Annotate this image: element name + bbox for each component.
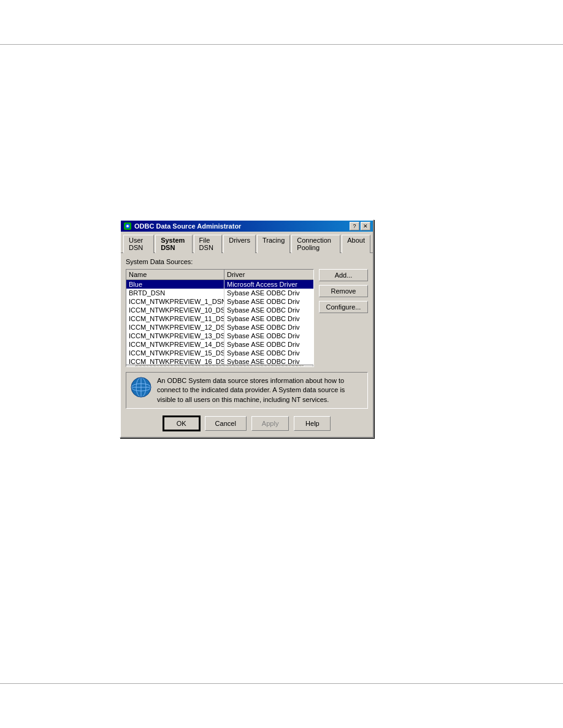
list-cell-driver: Sybase ASE ODBC Driv <box>224 297 313 306</box>
odbc-dialog: ODBC Data Source Administrator ? ✕ User … <box>120 219 374 438</box>
tab-user-dsn[interactable]: User DSN <box>123 235 154 253</box>
odbc-icon <box>123 222 132 230</box>
horizontal-scrollbar[interactable]: ◄ ► <box>126 365 313 367</box>
ok-button[interactable]: OK <box>163 416 200 431</box>
list-cell-name: ICCM_NTWKPREVIEW_12_DSN <box>126 323 224 332</box>
scroll-right-button[interactable]: ► <box>304 365 313 368</box>
list-cell-name: ICCM_NTWKPREVIEW_16_DSN <box>126 357 224 365</box>
list-cell-driver: Microsoft Access Driver <box>224 280 313 289</box>
list-cell-driver: Sybase ASE ODBC Driv <box>224 306 313 314</box>
list-item[interactable]: Blue Microsoft Access Driver <box>126 280 313 289</box>
list-cell-driver: Sybase ASE ODBC Driv <box>224 357 313 365</box>
col-driver-header: Driver <box>224 270 313 279</box>
list-cell-name: ICCM_NTWKPREVIEW_11_DSN <box>126 314 224 323</box>
info-text: An ODBC System data source stores inform… <box>157 376 364 404</box>
tab-about[interactable]: About <box>342 235 370 253</box>
list-cell-driver: Sybase ASE ODBC Driv <box>224 314 313 323</box>
apply-button[interactable]: Apply <box>251 416 289 431</box>
list-cell-driver: Sybase ASE ODBC Driv <box>224 349 313 357</box>
tab-bar: User DSN System DSN File DSN Drivers Tra… <box>121 232 373 252</box>
list-item[interactable]: ICCM_NTWKPREVIEW_14_DSN Sybase ASE ODBC … <box>126 340 313 349</box>
list-area: Name Driver Blue Microsoft Access Driver… <box>126 269 368 367</box>
help-button[interactable]: Help <box>294 416 331 431</box>
list-item[interactable]: ICCM_NTWKPREVIEW_15_DSN Sybase ASE ODBC … <box>126 349 313 357</box>
title-bar-buttons: ? ✕ <box>350 222 370 230</box>
tab-drivers[interactable]: Drivers <box>223 235 256 253</box>
data-sources-list[interactable]: Name Driver Blue Microsoft Access Driver… <box>126 269 314 367</box>
list-cell-name: ICCM_NTWKPREVIEW_1_DSN <box>126 297 224 306</box>
list-cell-driver: Sybase ASE ODBC Driv <box>224 323 313 332</box>
list-cell-name: ICCM_NTWKPREVIEW_13_DSN <box>126 332 224 340</box>
top-rule <box>0 44 563 45</box>
scroll-track[interactable] <box>136 365 304 367</box>
svg-point-2 <box>126 225 129 227</box>
tab-file-dsn[interactable]: File DSN <box>194 235 223 253</box>
cancel-button[interactable]: Cancel <box>205 416 247 431</box>
side-buttons: Add... Remove Configure... <box>319 269 368 367</box>
info-section: An ODBC System data source stores inform… <box>126 372 368 409</box>
bottom-buttons: OK Cancel Apply Help <box>126 414 368 432</box>
list-item[interactable]: ICCM_NTWKPREVIEW_12_DSN Sybase ASE ODBC … <box>126 323 313 332</box>
list-item[interactable]: ICCM_NTWKPREVIEW_1_DSN Sybase ASE ODBC D… <box>126 297 313 306</box>
list-header: Name Driver <box>126 270 313 280</box>
configure-button[interactable]: Configure... <box>319 301 368 313</box>
tab-connection-pooling[interactable]: Connection Pooling <box>291 235 340 253</box>
tab-system-dsn[interactable]: System DSN <box>155 235 192 253</box>
title-bar: ODBC Data Source Administrator ? ✕ <box>121 221 373 232</box>
dialog-content: System Data Sources: Name Driver Blue Mi… <box>121 252 373 437</box>
add-button[interactable]: Add... <box>319 269 368 281</box>
list-cell-name: Blue <box>126 280 224 289</box>
list-cell-driver: Sybase ASE ODBC Driv <box>224 332 313 340</box>
list-item[interactable]: ICCM_NTWKPREVIEW_16_DSN Sybase ASE ODBC … <box>126 357 313 365</box>
list-item[interactable]: ICCM_NTWKPREVIEW_13_DSN Sybase ASE ODBC … <box>126 332 313 340</box>
page-background: manualslib.com ODBC Data Source Administ… <box>0 0 563 728</box>
list-cell-name: ICCM_NTWKPREVIEW_10_DSN <box>126 306 224 314</box>
title-bar-left: ODBC Data Source Administrator <box>123 222 241 230</box>
remove-button[interactable]: Remove <box>319 285 368 297</box>
bottom-rule <box>0 683 563 684</box>
list-item[interactable]: ICCM_NTWKPREVIEW_10_DSN Sybase ASE ODBC … <box>126 306 313 314</box>
list-item[interactable]: ICCM_NTWKPREVIEW_11_DSN Sybase ASE ODBC … <box>126 314 313 323</box>
col-name-header: Name <box>126 270 224 279</box>
list-cell-name: BRTD_DSN <box>126 289 224 297</box>
list-cell-name: ICCM_NTWKPREVIEW_15_DSN <box>126 349 224 357</box>
tab-tracing[interactable]: Tracing <box>257 235 290 253</box>
dialog-title: ODBC Data Source Administrator <box>134 222 241 230</box>
section-label: System Data Sources: <box>126 258 368 265</box>
globe-icon <box>130 376 152 398</box>
help-title-button[interactable]: ? <box>350 222 359 230</box>
list-item[interactable]: BRTD_DSN Sybase ASE ODBC Driv <box>126 289 313 297</box>
list-body[interactable]: Blue Microsoft Access Driver BRTD_DSN Sy… <box>126 280 313 365</box>
list-cell-driver: Sybase ASE ODBC Driv <box>224 340 313 349</box>
list-cell-driver: Sybase ASE ODBC Driv <box>224 289 313 297</box>
close-title-button[interactable]: ✕ <box>361 222 370 230</box>
list-cell-name: ICCM_NTWKPREVIEW_14_DSN <box>126 340 224 349</box>
scroll-left-button[interactable]: ◄ <box>126 365 136 368</box>
